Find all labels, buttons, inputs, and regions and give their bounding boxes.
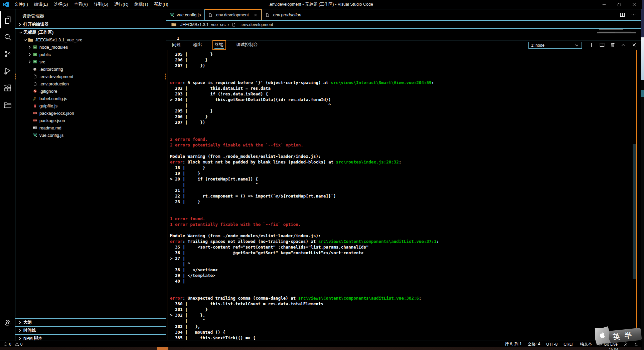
status-item[interactable]: 行 6, 列 1 [505, 341, 522, 347]
tree-item[interactable]: βbabel.config.js [15, 95, 166, 102]
panel-tab[interactable]: 终端 [213, 41, 225, 49]
settings-gear-button[interactable] [0, 314, 15, 331]
maximize-panel-icon [621, 42, 626, 47]
open-editors-section[interactable]: 打开的编辑器 [15, 21, 166, 29]
chevron-down-icon[interactable] [18, 30, 23, 35]
tree-item[interactable]: node_modules [15, 43, 166, 51]
terminal-line: 22 | rt.component = () => import(`@/${ro… [170, 193, 636, 199]
terminal-panel: 问题输出终端调试控制台 1: node 205 | } 206 | } 207 … [166, 40, 641, 341]
panel-tab[interactable]: 问题 [170, 41, 183, 49]
menu-item[interactable]: 选择(S) [51, 0, 71, 9]
terminal-line [170, 131, 636, 136]
chevron-right-icon[interactable] [27, 44, 32, 50]
menu-item[interactable]: 转到(G) [91, 0, 111, 9]
tree-item[interactable]: .gitignore [15, 87, 166, 95]
minimize-window-button[interactable] [597, 0, 612, 9]
menu-item[interactable]: 帮助(H) [151, 0, 171, 9]
ellipsis-icon[interactable] [631, 12, 636, 17]
breadcrumb-file[interactable]: .env.development [240, 22, 273, 27]
new-terminal-button[interactable] [589, 42, 594, 47]
terminal-error-text: 1 error potentially fixable with the `--… [170, 222, 301, 227]
status-item[interactable]: 0 [3, 342, 11, 347]
sidebar-section[interactable]: NPM 脚本 [15, 334, 166, 341]
tree-item[interactable]: vue.config.js [15, 131, 166, 139]
terminal-error-text: error [170, 296, 183, 301]
source-control-activity-button[interactable] [0, 45, 15, 62]
search-activity-button[interactable] [0, 28, 15, 45]
restore-window-button[interactable] [612, 0, 627, 9]
breadcrumb-folder[interactable]: JEECMSx1.3.1_vue_src [180, 22, 225, 27]
windows-taskbar[interactable]: 15:04 [0, 347, 644, 350]
folder-view-activity-button[interactable] [0, 96, 15, 113]
split-icon[interactable] [620, 12, 625, 17]
panel-tab[interactable]: 调试控制台 [234, 41, 260, 49]
tree-item[interactable]: .env.development [15, 73, 166, 80]
split-terminal-button[interactable] [600, 42, 605, 47]
sidebar-section[interactable]: 时间线 [15, 326, 166, 334]
terminal-text: 205 | } [170, 52, 213, 57]
terminal-line [170, 210, 636, 216]
tree-item-label: gulpfile.js [39, 103, 57, 108]
status-item[interactable]: CRLF [564, 342, 574, 347]
tree-item[interactable]: src [15, 58, 166, 65]
status-item-label: 行 6, 列 1 [505, 341, 522, 347]
chevron-spacer [27, 66, 32, 72]
terminal-scrollbar[interactable] [633, 144, 636, 279]
terminal-line [170, 68, 636, 74]
chevron-right-icon[interactable] [27, 59, 32, 64]
terminal-line [170, 227, 636, 233]
tree-item[interactable]: public [15, 51, 166, 58]
breadcrumb[interactable]: JEECMSx1.3.1_vue_src › .env.development [166, 21, 641, 29]
extensions-activity-button[interactable] [0, 79, 15, 96]
terminal-text: 206 | } [170, 57, 208, 62]
panel-tab[interactable]: 输出 [191, 41, 204, 49]
terminal-select[interactable]: 1: node [528, 42, 582, 49]
close-panel-button[interactable] [632, 42, 637, 47]
status-item[interactable]: UTF-8 [546, 342, 557, 347]
close-tab-icon[interactable] [253, 13, 258, 17]
tree-item[interactable]: .editorconfig [15, 65, 166, 73]
tree-item[interactable]: 无标题 (工作区) [15, 29, 166, 36]
terminal-text: 36 | @getSort="getSort" key="contentList… [170, 250, 363, 255]
tree-item[interactable]: package.json [15, 117, 166, 124]
menu-item[interactable]: 运行(R) [111, 0, 131, 9]
terminal-line: 202 | this.dataList = res.data [170, 85, 636, 91]
terminal-content[interactable]: 205 | } 206 | } 207 | })error: A space i… [167, 50, 637, 340]
editor-tab[interactable]: vue.config.js [166, 9, 205, 20]
status-item[interactable]: 空格: 4 [528, 341, 540, 347]
menu-item[interactable]: 查看(V) [71, 0, 91, 9]
status-item[interactable]: 纯文本 [580, 341, 592, 347]
minimap-slider[interactable] [597, 32, 636, 33]
tree-item[interactable]: JEECMSx1.3.1_vue_src [15, 36, 166, 43]
sidebar-section[interactable]: 大纲 [15, 318, 166, 326]
menu-item[interactable]: 编辑(E) [31, 0, 51, 9]
chevron-down-icon[interactable] [22, 37, 28, 42]
tree-item[interactable]: gulpfile.js [15, 102, 166, 109]
ime-indicator-overlay[interactable]: 英 · 半 [595, 326, 643, 346]
tree-item[interactable]: .env.production [15, 80, 166, 87]
terminal-line: 207 | }) [170, 119, 636, 125]
run-debug-activity-button[interactable] [0, 62, 15, 79]
tree-item[interactable]: readme.md [15, 124, 166, 131]
explorer-activity-button[interactable] [0, 11, 15, 28]
editor-code-area[interactable]: 1 VUE_APP_API_PREFIX = '/dev-api' 2 VUE_… [166, 29, 641, 40]
editor-tab-bar: vue.config.js.env.development.env.produc… [166, 9, 641, 21]
explorer-sidebar: 资源管理器 打开的编辑器 无标题 (工作区)JEECMSx1.3.1_vue_s… [15, 9, 166, 341]
status-item[interactable]: 0 [15, 342, 23, 347]
folder-view-icon [4, 101, 12, 109]
taskbar-active-app[interactable] [157, 347, 168, 350]
terminal-text: : A space is required before '}' (object… [183, 80, 331, 85]
menu-item[interactable]: 终端(T) [131, 0, 151, 9]
chevron-right-icon[interactable] [27, 52, 32, 57]
menu-item[interactable]: 文件(F) [11, 0, 31, 9]
terminal-line: 35 | <sort-content ref="sortContent" :ch… [170, 244, 636, 250]
pkg-src-icon [32, 59, 38, 64]
maximize-panel-button[interactable] [621, 42, 626, 47]
tree-item[interactable]: package-lock.json [15, 109, 166, 117]
terminal-line: > 204 | this.getSmartDetailData({id: res… [170, 97, 636, 102]
editor-tab[interactable]: .env.development [205, 9, 262, 20]
close-window-button[interactable] [627, 0, 642, 9]
editor-tab[interactable]: .env.production [262, 9, 305, 20]
kill-terminal-button[interactable] [610, 42, 615, 47]
tree-item-label: JEECMSx1.3.1_vue_src [35, 37, 82, 42]
